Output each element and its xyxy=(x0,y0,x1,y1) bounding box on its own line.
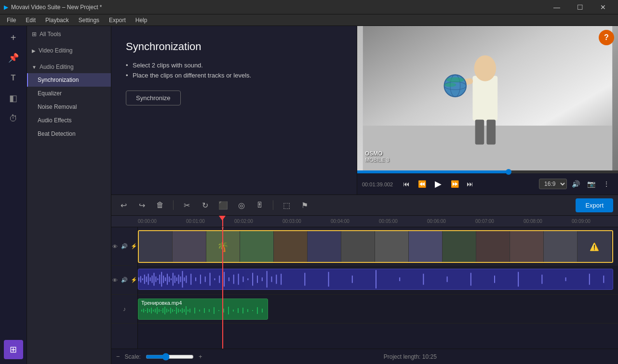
ruler-tick-2: 00:02:00 xyxy=(234,219,253,224)
color-button[interactable]: ◎ xyxy=(234,198,249,212)
thumb-7 xyxy=(341,231,375,262)
tools-item-synchronization[interactable]: Synchronization xyxy=(27,73,111,87)
transitions-icon[interactable]: ◧ xyxy=(4,89,23,108)
scale-minus-icon[interactable]: − xyxy=(116,353,120,360)
svg-rect-52 xyxy=(247,278,248,280)
all-tools-grid-icon: ⊞ xyxy=(32,31,37,38)
minimize-button[interactable]: — xyxy=(546,0,568,14)
export-button[interactable]: Export xyxy=(576,198,613,212)
menu-help[interactable]: Help xyxy=(131,16,152,25)
cut-button[interactable]: ✂ xyxy=(179,198,194,212)
scale-slider[interactable] xyxy=(146,353,194,361)
track1-lock-icon[interactable]: ⚡ xyxy=(130,242,138,251)
svg-rect-46 xyxy=(219,275,220,283)
menu-playback[interactable]: Playback xyxy=(40,16,74,25)
track1-eye-icon[interactable]: 👁 xyxy=(111,242,119,251)
track2-audio-icon[interactable]: 🔊 xyxy=(120,276,129,285)
sync-instruction-1: Select 2 clips with sound. xyxy=(126,62,342,69)
scale-plus-icon[interactable]: + xyxy=(199,353,202,360)
track2-eye-icon[interactable]: 👁 xyxy=(111,276,119,285)
audio-clip-2[interactable]: Тренировка.mp4 xyxy=(138,299,268,320)
ruler-tick-5: 00:05:00 xyxy=(379,219,398,224)
audio-waveform-clip[interactable]: // Will be rendered via inline paths xyxy=(138,269,613,290)
snapshot-button[interactable]: 📷 xyxy=(584,177,598,191)
volume-button[interactable]: 🔊 xyxy=(569,177,582,191)
time-ms: .002 xyxy=(383,182,393,187)
undo-button[interactable]: ↩ xyxy=(116,198,131,212)
tools-item-beat-detection[interactable]: Beat Detection xyxy=(27,127,111,141)
clip-thumbnails: 🌴 xyxy=(139,231,611,262)
toolbar: ↩ ↪ 🗑 ✂ ↻ ⬛ ◎ 🎚 ⬚ ⚑ Export xyxy=(111,195,618,216)
titlebar-controls: — ☐ ✕ xyxy=(546,0,614,14)
svg-rect-30 xyxy=(169,276,170,282)
track2-extra-icon[interactable]: ⚡ xyxy=(130,276,138,285)
svg-rect-90 xyxy=(172,309,173,312)
tools-item-audio-effects[interactable]: Audio Effects xyxy=(27,114,111,127)
svg-rect-48 xyxy=(228,277,229,281)
timeline-body: 👁 🔊 ⚡ 👁 🔊 ⚡ ♪ xyxy=(111,227,618,349)
project-length-label: Project length: xyxy=(384,353,421,360)
svg-rect-86 xyxy=(164,307,165,314)
preview-area: OSMO MOBILE 3 ? 00:01:39.002 ⏮ xyxy=(357,26,618,195)
play-button[interactable]: ▶ xyxy=(430,176,446,192)
insert-button[interactable]: ⬚ xyxy=(279,198,294,212)
synchronize-button[interactable]: Synchronize xyxy=(126,91,181,105)
thumb-13 xyxy=(544,231,578,262)
svg-rect-33 xyxy=(175,275,175,283)
menu-export[interactable]: Export xyxy=(104,16,131,25)
video-preview: OSMO MOBILE 3 ? xyxy=(357,26,618,170)
skip-start-button[interactable]: ⏮ xyxy=(400,177,413,191)
svg-rect-88 xyxy=(168,310,169,312)
maximize-button[interactable]: ☐ xyxy=(569,0,591,14)
svg-rect-24 xyxy=(157,278,158,280)
menu-file[interactable]: File xyxy=(2,16,21,25)
crop-button[interactable]: ⬛ xyxy=(216,198,230,212)
audio-clip2-waveform xyxy=(141,306,267,315)
svg-rect-75 xyxy=(143,309,144,312)
step-back-button[interactable]: ⏪ xyxy=(415,177,429,191)
redo-button[interactable]: ↪ xyxy=(134,198,149,212)
ruler-tick-7: 00:07:00 xyxy=(475,219,494,224)
svg-rect-96 xyxy=(184,309,185,312)
track1-audio-icon[interactable]: 🔊 xyxy=(120,242,129,251)
tools-item-equalizer[interactable]: Equalizer xyxy=(27,87,111,100)
svg-rect-70 xyxy=(541,274,542,284)
progress-bar[interactable] xyxy=(357,170,618,173)
audio-adjust-button[interactable]: 🎚 xyxy=(253,198,267,212)
filters-icon[interactable]: ⏱ xyxy=(4,109,23,128)
progress-thumb[interactable] xyxy=(506,169,511,175)
aspect-ratio-select[interactable]: 16:9 4:3 1:1 xyxy=(539,179,567,189)
step-forward-button[interactable]: ⏩ xyxy=(448,177,461,191)
svg-rect-54 xyxy=(257,275,258,283)
rotate-button[interactable]: ↻ xyxy=(198,198,212,212)
skip-end-button[interactable]: ⏭ xyxy=(463,177,477,191)
help-button[interactable]: ? xyxy=(599,30,614,45)
svg-rect-104 xyxy=(214,307,215,314)
video-editing-header[interactable]: ▶ Video Editing xyxy=(27,44,111,57)
thumb-2 xyxy=(173,231,206,262)
audio-editing-header[interactable]: ▼ Audio Editing xyxy=(27,61,111,73)
svg-rect-87 xyxy=(166,309,167,312)
menu-edit[interactable]: Edit xyxy=(21,16,40,25)
svg-point-11 xyxy=(446,78,464,82)
svg-rect-114 xyxy=(262,309,263,312)
svg-rect-102 xyxy=(204,308,205,313)
tools-item-noise-removal[interactable]: Noise Removal xyxy=(27,100,111,114)
more-options-button[interactable]: ⋮ xyxy=(600,177,613,191)
svg-rect-16 xyxy=(142,278,143,280)
sync-instructions: Select 2 clips with sound. Place the cli… xyxy=(126,62,342,79)
svg-rect-94 xyxy=(180,310,181,312)
tracks-area[interactable]: 🌴 xyxy=(138,227,618,349)
all-tools-header[interactable]: ⊞ All Tools xyxy=(27,28,111,40)
add-media-icon[interactable]: + xyxy=(4,28,23,47)
pin-icon[interactable]: 📌 xyxy=(4,48,23,67)
flag-button[interactable]: ⚑ xyxy=(297,198,312,212)
content-area: Synchronization Select 2 clips with soun… xyxy=(111,26,618,364)
delete-button[interactable]: 🗑 xyxy=(153,198,167,212)
svg-rect-20 xyxy=(150,277,151,281)
apps-icon[interactable]: ⊞ xyxy=(4,340,23,359)
titles-icon[interactable]: T xyxy=(4,68,23,88)
menu-settings[interactable]: Settings xyxy=(74,16,104,25)
video-clip[interactable]: 🌴 xyxy=(138,230,613,263)
close-button[interactable]: ✕ xyxy=(592,0,614,14)
